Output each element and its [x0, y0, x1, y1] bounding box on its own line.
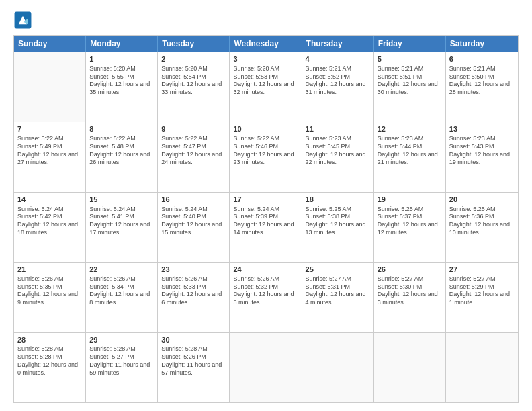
- cell-info: Sunrise: 5:21 AM Sunset: 5:50 PM Dayligh…: [449, 65, 515, 97]
- empty-cell: [302, 333, 374, 402]
- cell-info: Sunrise: 5:23 AM Sunset: 5:45 PM Dayligh…: [306, 135, 370, 167]
- day-cell-23: 23Sunrise: 5:26 AM Sunset: 5:33 PM Dayli…: [158, 263, 230, 332]
- day-number: 6: [449, 54, 515, 64]
- day-number: 25: [306, 265, 370, 275]
- day-number: 1: [89, 54, 154, 64]
- day-number: 19: [378, 195, 442, 205]
- day-number: 22: [89, 265, 154, 275]
- day-number: 26: [378, 265, 442, 275]
- cell-info: Sunrise: 5:22 AM Sunset: 5:48 PM Dayligh…: [89, 135, 154, 167]
- day-cell-24: 24Sunrise: 5:26 AM Sunset: 5:32 PM Dayli…: [230, 263, 302, 332]
- day-cell-6: 6Sunrise: 5:21 AM Sunset: 5:50 PM Daylig…: [446, 52, 518, 122]
- cell-info: Sunrise: 5:20 AM Sunset: 5:55 PM Dayligh…: [89, 65, 154, 97]
- day-cell-30: 30Sunrise: 5:28 AM Sunset: 5:26 PM Dayli…: [158, 333, 230, 402]
- cell-info: Sunrise: 5:26 AM Sunset: 5:34 PM Dayligh…: [89, 275, 154, 307]
- logo: [13, 11, 35, 30]
- cell-info: Sunrise: 5:23 AM Sunset: 5:44 PM Dayligh…: [378, 135, 442, 167]
- day-number: 23: [161, 265, 226, 275]
- calendar-row-1: 7Sunrise: 5:22 AM Sunset: 5:49 PM Daylig…: [14, 122, 518, 191]
- cell-info: Sunrise: 5:26 AM Sunset: 5:35 PM Dayligh…: [17, 275, 82, 307]
- cell-info: Sunrise: 5:25 AM Sunset: 5:37 PM Dayligh…: [378, 205, 442, 237]
- day-cell-16: 16Sunrise: 5:24 AM Sunset: 5:40 PM Dayli…: [158, 193, 230, 262]
- day-number: 27: [449, 265, 515, 275]
- cell-info: Sunrise: 5:27 AM Sunset: 5:30 PM Dayligh…: [378, 275, 442, 307]
- day-cell-10: 10Sunrise: 5:22 AM Sunset: 5:46 PM Dayli…: [230, 122, 302, 191]
- cell-info: Sunrise: 5:28 AM Sunset: 5:28 PM Dayligh…: [17, 345, 82, 377]
- cell-info: Sunrise: 5:28 AM Sunset: 5:26 PM Dayligh…: [161, 345, 226, 377]
- empty-cell: [14, 52, 86, 122]
- day-cell-27: 27Sunrise: 5:27 AM Sunset: 5:29 PM Dayli…: [446, 263, 518, 332]
- day-cell-14: 14Sunrise: 5:24 AM Sunset: 5:42 PM Dayli…: [14, 193, 86, 262]
- cell-info: Sunrise: 5:25 AM Sunset: 5:38 PM Dayligh…: [306, 205, 370, 237]
- cell-info: Sunrise: 5:28 AM Sunset: 5:27 PM Dayligh…: [89, 345, 154, 377]
- cell-info: Sunrise: 5:20 AM Sunset: 5:54 PM Dayligh…: [161, 65, 226, 97]
- day-cell-13: 13Sunrise: 5:23 AM Sunset: 5:43 PM Dayli…: [446, 122, 518, 191]
- cell-info: Sunrise: 5:20 AM Sunset: 5:53 PM Dayligh…: [233, 65, 298, 97]
- day-cell-21: 21Sunrise: 5:26 AM Sunset: 5:35 PM Dayli…: [14, 263, 86, 332]
- day-number: 30: [161, 335, 226, 345]
- day-cell-25: 25Sunrise: 5:27 AM Sunset: 5:31 PM Dayli…: [302, 263, 374, 332]
- day-cell-8: 8Sunrise: 5:22 AM Sunset: 5:48 PM Daylig…: [86, 122, 158, 191]
- empty-cell: [230, 333, 302, 402]
- day-number: 29: [89, 335, 154, 345]
- cell-info: Sunrise: 5:21 AM Sunset: 5:51 PM Dayligh…: [378, 65, 442, 97]
- calendar-row-0: 1Sunrise: 5:20 AM Sunset: 5:55 PM Daylig…: [14, 52, 518, 122]
- header-cell-wednesday: Wednesday: [230, 36, 302, 52]
- header-cell-friday: Friday: [374, 36, 446, 52]
- day-number: 2: [161, 54, 226, 64]
- day-cell-15: 15Sunrise: 5:24 AM Sunset: 5:41 PM Dayli…: [86, 193, 158, 262]
- day-number: 20: [449, 195, 515, 205]
- day-number: 14: [17, 195, 82, 205]
- day-cell-5: 5Sunrise: 5:21 AM Sunset: 5:51 PM Daylig…: [374, 52, 446, 122]
- cell-info: Sunrise: 5:24 AM Sunset: 5:42 PM Dayligh…: [17, 205, 82, 237]
- calendar-row-3: 21Sunrise: 5:26 AM Sunset: 5:35 PM Dayli…: [14, 262, 518, 332]
- day-number: 15: [89, 195, 154, 205]
- day-cell-17: 17Sunrise: 5:24 AM Sunset: 5:39 PM Dayli…: [230, 193, 302, 262]
- cell-info: Sunrise: 5:24 AM Sunset: 5:40 PM Dayligh…: [161, 205, 226, 237]
- day-number: 9: [161, 124, 226, 134]
- day-number: 17: [233, 195, 298, 205]
- day-number: 8: [89, 124, 154, 134]
- header-cell-tuesday: Tuesday: [158, 36, 230, 52]
- day-cell-2: 2Sunrise: 5:20 AM Sunset: 5:54 PM Daylig…: [158, 52, 230, 122]
- cell-info: Sunrise: 5:27 AM Sunset: 5:31 PM Dayligh…: [306, 275, 370, 307]
- day-cell-26: 26Sunrise: 5:27 AM Sunset: 5:30 PM Dayli…: [374, 263, 446, 332]
- day-number: 11: [306, 124, 370, 134]
- cell-info: Sunrise: 5:22 AM Sunset: 5:47 PM Dayligh…: [161, 135, 226, 167]
- header-cell-thursday: Thursday: [302, 36, 374, 52]
- cell-info: Sunrise: 5:26 AM Sunset: 5:33 PM Dayligh…: [161, 275, 226, 307]
- day-number: 5: [378, 54, 442, 64]
- cell-info: Sunrise: 5:22 AM Sunset: 5:46 PM Dayligh…: [233, 135, 298, 167]
- day-cell-3: 3Sunrise: 5:20 AM Sunset: 5:53 PM Daylig…: [230, 52, 302, 122]
- day-number: 12: [378, 124, 442, 134]
- day-number: 16: [161, 195, 226, 205]
- day-number: 24: [233, 265, 298, 275]
- cell-info: Sunrise: 5:23 AM Sunset: 5:43 PM Dayligh…: [449, 135, 515, 167]
- cell-info: Sunrise: 5:21 AM Sunset: 5:52 PM Dayligh…: [306, 65, 370, 97]
- day-number: 3: [233, 54, 298, 64]
- cell-info: Sunrise: 5:26 AM Sunset: 5:32 PM Dayligh…: [233, 275, 298, 307]
- day-number: 4: [306, 54, 370, 64]
- day-cell-1: 1Sunrise: 5:20 AM Sunset: 5:55 PM Daylig…: [86, 52, 158, 122]
- day-cell-7: 7Sunrise: 5:22 AM Sunset: 5:49 PM Daylig…: [14, 122, 86, 191]
- calendar-row-2: 14Sunrise: 5:24 AM Sunset: 5:42 PM Dayli…: [14, 192, 518, 262]
- cell-info: Sunrise: 5:24 AM Sunset: 5:39 PM Dayligh…: [233, 205, 298, 237]
- header-cell-monday: Monday: [86, 36, 158, 52]
- logo-icon: [13, 11, 32, 30]
- calendar-header: SundayMondayTuesdayWednesdayThursdayFrid…: [14, 36, 518, 52]
- empty-cell: [446, 333, 518, 402]
- cell-info: Sunrise: 5:22 AM Sunset: 5:49 PM Dayligh…: [17, 135, 82, 167]
- day-cell-9: 9Sunrise: 5:22 AM Sunset: 5:47 PM Daylig…: [158, 122, 230, 191]
- day-cell-11: 11Sunrise: 5:23 AM Sunset: 5:45 PM Dayli…: [302, 122, 374, 191]
- day-number: 7: [17, 124, 82, 134]
- header: [13, 11, 519, 30]
- day-number: 21: [17, 265, 82, 275]
- header-cell-sunday: Sunday: [14, 36, 86, 52]
- day-number: 13: [449, 124, 515, 134]
- calendar-body: 1Sunrise: 5:20 AM Sunset: 5:55 PM Daylig…: [14, 52, 518, 402]
- cell-info: Sunrise: 5:27 AM Sunset: 5:29 PM Dayligh…: [449, 275, 515, 307]
- day-cell-4: 4Sunrise: 5:21 AM Sunset: 5:52 PM Daylig…: [302, 52, 374, 122]
- day-cell-18: 18Sunrise: 5:25 AM Sunset: 5:38 PM Dayli…: [302, 193, 374, 262]
- day-cell-19: 19Sunrise: 5:25 AM Sunset: 5:37 PM Dayli…: [374, 193, 446, 262]
- cell-info: Sunrise: 5:24 AM Sunset: 5:41 PM Dayligh…: [89, 205, 154, 237]
